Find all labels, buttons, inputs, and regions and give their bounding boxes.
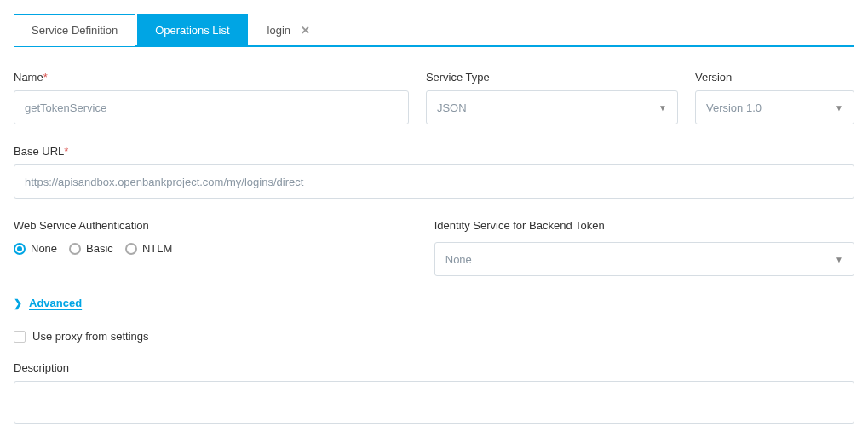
name-label: Name*: [14, 71, 409, 84]
radio-label: Basic: [86, 242, 113, 255]
chevron-right-icon: ❯: [14, 297, 22, 309]
description-textarea[interactable]: [14, 381, 854, 424]
version-select[interactable]: Version 1.0 ▼: [695, 90, 854, 124]
caret-down-icon: ▼: [835, 255, 843, 264]
service-type-label: Service Type: [426, 71, 678, 84]
auth-label: Web Service Authentication: [14, 219, 417, 232]
description-label: Description: [14, 361, 854, 374]
version-value: Version 1.0: [706, 101, 762, 114]
base-url-input[interactable]: [14, 164, 854, 199]
identity-select[interactable]: None ▼: [434, 242, 854, 276]
radio-label: None: [31, 242, 57, 255]
radio-label: NTLM: [142, 242, 172, 255]
caret-down-icon: ▼: [658, 103, 667, 113]
auth-radio-none[interactable]: None: [14, 242, 57, 255]
service-type-value: JSON: [437, 101, 467, 114]
tab-service-definition[interactable]: Service Definition: [14, 14, 135, 46]
advanced-toggle[interactable]: ❯ Advanced: [14, 297, 854, 309]
identity-value: None: [445, 253, 472, 266]
caret-down-icon: ▼: [835, 103, 843, 113]
auth-radio-ntlm[interactable]: NTLM: [125, 242, 172, 255]
proxy-label: Use proxy from settings: [32, 330, 149, 343]
tab-login[interactable]: login ✕: [250, 14, 328, 46]
proxy-checkbox[interactable]: [14, 331, 26, 343]
auth-radio-group: None Basic NTLM: [14, 242, 417, 255]
tab-bar: Service Definition Operations List login…: [14, 14, 854, 47]
advanced-label: Advanced: [29, 297, 82, 309]
close-icon[interactable]: ✕: [301, 24, 310, 37]
identity-label: Identity Service for Backend Token: [434, 219, 854, 232]
base-url-label: Base URL*: [14, 145, 854, 158]
tab-label: Service Definition: [32, 24, 118, 37]
tab-label: Operations List: [155, 24, 229, 37]
auth-radio-basic[interactable]: Basic: [69, 242, 113, 255]
tab-label: login: [267, 24, 290, 37]
tab-operations-list[interactable]: Operations List: [137, 14, 247, 46]
service-type-select[interactable]: JSON ▼: [426, 90, 678, 124]
name-input[interactable]: [14, 90, 409, 124]
version-label: Version: [695, 71, 854, 84]
